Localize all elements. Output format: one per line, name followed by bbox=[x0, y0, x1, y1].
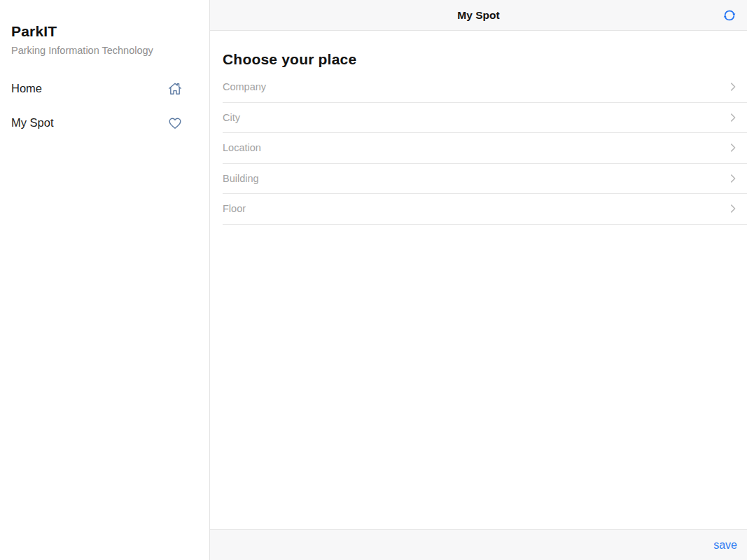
home-icon bbox=[167, 80, 183, 97]
chevron-right-icon bbox=[726, 172, 740, 186]
brand-subtitle: Parking Information Technology bbox=[11, 45, 198, 56]
picker-row-city[interactable]: City bbox=[223, 103, 747, 134]
brand: ParkIT Parking Information Technology bbox=[0, 0, 209, 56]
picker-row-label: Location bbox=[223, 142, 261, 153]
picker-row-building[interactable]: Building bbox=[223, 164, 747, 195]
heart-icon bbox=[167, 115, 183, 132]
picker-row-label: Company bbox=[223, 81, 266, 92]
sidebar-item-my-spot[interactable]: My Spot bbox=[0, 106, 209, 140]
sidebar-item-label: Home bbox=[11, 82, 42, 95]
sidebar-item-home[interactable]: Home bbox=[0, 71, 209, 106]
picker-row-company[interactable]: Company bbox=[223, 72, 747, 103]
bottombar: save bbox=[210, 529, 747, 560]
refresh-button[interactable] bbox=[720, 6, 739, 24]
page-title: Choose your place bbox=[223, 51, 747, 68]
picker-row-label: Floor bbox=[223, 203, 246, 214]
chevron-right-icon bbox=[726, 202, 740, 216]
picker-row-label: City bbox=[223, 112, 240, 123]
save-button[interactable]: save bbox=[713, 539, 737, 552]
topbar-title: My Spot bbox=[457, 9, 499, 22]
topbar: My Spot bbox=[210, 0, 747, 31]
picker-row-label: Building bbox=[223, 173, 259, 184]
chevron-right-icon bbox=[726, 80, 740, 94]
sidebar: ParkIT Parking Information Technology Ho… bbox=[0, 0, 210, 560]
refresh-icon bbox=[721, 7, 738, 24]
content-area: Choose your place Company City Location bbox=[210, 31, 747, 529]
app-window: ParkIT Parking Information Technology Ho… bbox=[0, 0, 747, 560]
place-picker-list: Company City Location bbox=[223, 72, 747, 225]
chevron-right-icon bbox=[726, 141, 740, 155]
picker-row-floor[interactable]: Floor bbox=[223, 194, 747, 225]
brand-title: ParkIT bbox=[11, 23, 198, 40]
picker-row-location[interactable]: Location bbox=[223, 133, 747, 164]
sidebar-nav: Home My Spot bbox=[0, 71, 209, 140]
main-panel: My Spot Choose your place Company bbox=[210, 0, 747, 560]
chevron-right-icon bbox=[726, 111, 740, 125]
sidebar-item-label: My Spot bbox=[11, 116, 54, 130]
